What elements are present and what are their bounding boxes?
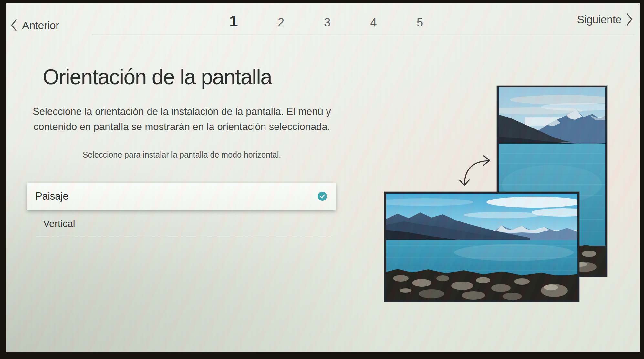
option-portrait-label: Vertical	[43, 218, 75, 229]
page-description: Seleccione la orientación de la instalac…	[25, 104, 338, 134]
step-4: 4	[370, 16, 377, 29]
chevron-left-icon	[10, 19, 17, 32]
setup-wizard-screen: Anterior 1 2 3 4 5 Siguiente Orientación…	[6, 3, 640, 352]
option-landscape[interactable]: Paisaje	[27, 183, 336, 210]
step-5: 5	[417, 16, 423, 29]
option-landscape-label: Paisaje	[36, 190, 68, 202]
option-portrait[interactable]: Vertical	[43, 218, 75, 229]
rotate-arrow-icon	[457, 152, 499, 194]
next-button[interactable]: Siguiente	[577, 13, 633, 26]
chevron-right-icon	[626, 13, 633, 26]
option-hint-text: Seleccione para instalar la pantalla de …	[25, 150, 338, 159]
step-3: 3	[324, 16, 330, 29]
previous-label: Anterior	[22, 19, 59, 32]
next-label: Siguiente	[577, 13, 621, 26]
page-title: Orientación de la pantalla	[43, 65, 272, 89]
landscape-orientation-preview	[384, 192, 579, 302]
previous-button[interactable]: Anterior	[10, 19, 59, 32]
step-2: 2	[278, 16, 284, 29]
step-indicator: 1 2 3 4 5	[229, 12, 423, 30]
check-circle-icon	[318, 192, 327, 201]
step-1-current: 1	[229, 12, 238, 30]
header-divider	[92, 34, 634, 35]
option-divider	[36, 236, 333, 237]
